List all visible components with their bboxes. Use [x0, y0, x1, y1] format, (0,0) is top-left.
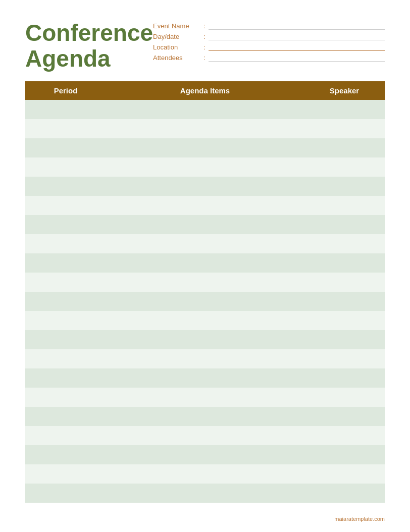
- cell-speaker: [304, 388, 385, 407]
- info-colon-location: :: [203, 43, 206, 51]
- cell-period: [25, 196, 106, 215]
- table-row: [25, 177, 385, 196]
- info-row-attendees: Attendees :: [153, 54, 385, 62]
- cell-agenda: [106, 215, 304, 234]
- table-body: [25, 100, 385, 503]
- cell-agenda: [106, 273, 304, 292]
- col-header-speaker: Speaker: [304, 86, 385, 95]
- footer: maiaratemplate.com: [334, 516, 385, 522]
- cell-agenda: [106, 100, 304, 119]
- info-colon-event: :: [203, 22, 206, 30]
- table-row: [25, 138, 385, 157]
- cell-period: [25, 177, 106, 196]
- cell-agenda: [106, 119, 304, 138]
- cell-agenda: [106, 484, 304, 503]
- cell-period: [25, 138, 106, 157]
- cell-agenda: [106, 445, 304, 464]
- cell-agenda: [106, 196, 304, 215]
- table-row: [25, 484, 385, 503]
- cell-speaker: [304, 484, 385, 503]
- cell-agenda: [106, 234, 304, 253]
- table-row: [25, 388, 385, 407]
- cell-period: [25, 100, 106, 119]
- cell-speaker: [304, 464, 385, 484]
- table-row: [25, 119, 385, 138]
- info-colon-date: :: [203, 33, 206, 40]
- cell-speaker: [304, 215, 385, 234]
- cell-period: [25, 292, 106, 311]
- cell-period: [25, 330, 106, 349]
- col-header-period: Period: [25, 86, 106, 95]
- cell-agenda: [106, 407, 304, 426]
- cell-period: [25, 368, 106, 388]
- cell-speaker: [304, 426, 385, 445]
- cell-speaker: [304, 119, 385, 138]
- cell-agenda: [106, 138, 304, 157]
- table-row: [25, 311, 385, 330]
- cell-period: [25, 119, 106, 138]
- cell-period: [25, 157, 106, 177]
- info-line-event: [209, 23, 385, 30]
- info-line-attendees: [209, 55, 385, 62]
- cell-speaker: [304, 253, 385, 273]
- table-row: [25, 349, 385, 368]
- cell-agenda: [106, 177, 304, 196]
- cell-period: [25, 464, 106, 484]
- cell-period: [25, 253, 106, 273]
- cell-agenda: [106, 157, 304, 177]
- info-row-date: Day/date :: [153, 33, 385, 40]
- cell-speaker: [304, 311, 385, 330]
- cell-period: [25, 388, 106, 407]
- cell-speaker: [304, 368, 385, 388]
- cell-period: [25, 215, 106, 234]
- cell-speaker: [304, 177, 385, 196]
- footer-text: maiaratemplate.com: [334, 516, 385, 522]
- info-label-attendees: Attendees: [153, 54, 203, 62]
- cell-period: [25, 426, 106, 445]
- cell-agenda: [106, 292, 304, 311]
- table-row: [25, 407, 385, 426]
- cell-speaker: [304, 292, 385, 311]
- table-row: [25, 215, 385, 234]
- cell-agenda: [106, 330, 304, 349]
- table-row: [25, 196, 385, 215]
- info-label-event: Event Name: [153, 22, 203, 30]
- info-label-location: Location: [153, 43, 203, 51]
- title-block: Conference Agenda: [25, 20, 153, 71]
- table-row: [25, 273, 385, 292]
- table-row: [25, 292, 385, 311]
- cell-agenda: [106, 426, 304, 445]
- info-row-event: Event Name :: [153, 22, 385, 30]
- title-line2: Agenda: [25, 46, 153, 72]
- info-block: Event Name : Day/date : Location : Atten…: [153, 20, 385, 65]
- cell-speaker: [304, 407, 385, 426]
- cell-agenda: [106, 349, 304, 368]
- cell-period: [25, 234, 106, 253]
- cell-agenda: [106, 464, 304, 484]
- header: Conference Agenda Event Name : Day/date …: [25, 20, 385, 71]
- cell-speaker: [304, 349, 385, 368]
- cell-agenda: [106, 388, 304, 407]
- table-row: [25, 253, 385, 273]
- table-row: [25, 157, 385, 177]
- cell-speaker: [304, 157, 385, 177]
- cell-agenda: [106, 253, 304, 273]
- cell-agenda: [106, 311, 304, 330]
- info-row-location: Location :: [153, 43, 385, 51]
- table-row: [25, 464, 385, 484]
- cell-period: [25, 311, 106, 330]
- cell-speaker: [304, 234, 385, 253]
- title-line1: Conference: [25, 20, 153, 46]
- cell-speaker: [304, 196, 385, 215]
- cell-period: [25, 407, 106, 426]
- cell-speaker: [304, 138, 385, 157]
- page: Conference Agenda Event Name : Day/date …: [0, 0, 410, 532]
- cell-speaker: [304, 445, 385, 464]
- cell-agenda: [106, 368, 304, 388]
- table-row: [25, 100, 385, 119]
- cell-speaker: [304, 330, 385, 349]
- table-row: [25, 368, 385, 388]
- cell-period: [25, 349, 106, 368]
- cell-speaker: [304, 100, 385, 119]
- cell-period: [25, 484, 106, 503]
